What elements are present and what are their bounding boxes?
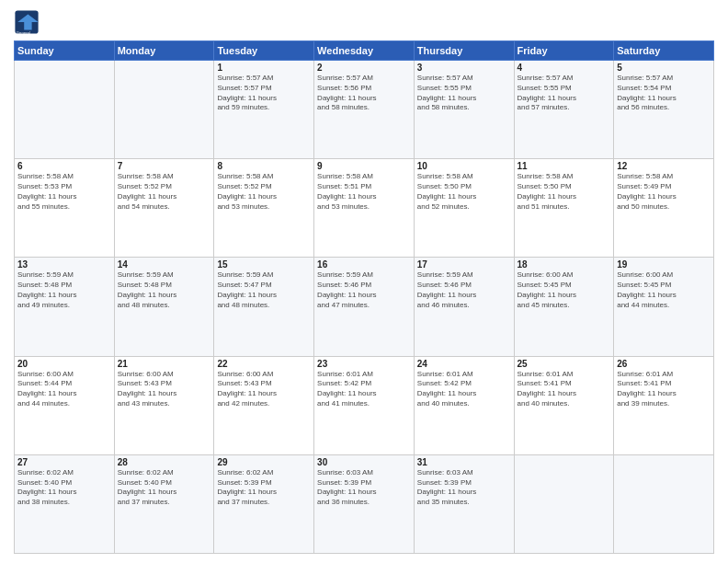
week-row-4: 20Sunrise: 6:00 AMSunset: 5:44 PMDayligh… bbox=[15, 356, 714, 454]
day-number: 13 bbox=[17, 259, 111, 270]
weekday-header-wednesday: Wednesday bbox=[314, 41, 415, 61]
weekday-header-tuesday: Tuesday bbox=[214, 41, 314, 61]
calendar-cell: 28Sunrise: 6:02 AMSunset: 5:40 PMDayligh… bbox=[114, 454, 214, 553]
day-number: 30 bbox=[317, 457, 411, 467]
calendar-cell: 7Sunrise: 5:58 AMSunset: 5:52 PMDaylight… bbox=[114, 159, 214, 258]
day-number: 5 bbox=[617, 63, 711, 73]
weekday-header-friday: Friday bbox=[514, 41, 614, 61]
calendar-cell: 26Sunrise: 6:01 AMSunset: 5:41 PMDayligh… bbox=[614, 356, 714, 454]
weekday-header-monday: Monday bbox=[114, 41, 214, 61]
day-detail: Sunrise: 6:00 AMSunset: 5:43 PMDaylight:… bbox=[217, 370, 311, 409]
day-number: 20 bbox=[17, 359, 111, 369]
day-detail: Sunrise: 5:57 AMSunset: 5:56 PMDaylight:… bbox=[317, 74, 411, 113]
day-number: 1 bbox=[217, 63, 311, 73]
calendar-table: SundayMondayTuesdayWednesdayThursdayFrid… bbox=[14, 40, 714, 554]
calendar-cell: 10Sunrise: 5:58 AMSunset: 5:50 PMDayligh… bbox=[414, 159, 514, 258]
day-number: 22 bbox=[217, 359, 311, 369]
day-detail: Sunrise: 6:03 AMSunset: 5:39 PMDaylight:… bbox=[417, 468, 511, 508]
day-detail: Sunrise: 6:02 AMSunset: 5:40 PMDaylight:… bbox=[17, 468, 111, 508]
day-number: 6 bbox=[17, 161, 111, 171]
day-detail: Sunrise: 5:59 AMSunset: 5:48 PMDaylight:… bbox=[118, 270, 211, 310]
day-detail: Sunrise: 6:03 AMSunset: 5:39 PMDaylight:… bbox=[317, 468, 411, 508]
calendar-cell: 6Sunrise: 5:58 AMSunset: 5:53 PMDaylight… bbox=[15, 159, 115, 258]
day-detail: Sunrise: 5:58 AMSunset: 5:53 PMDaylight:… bbox=[17, 172, 111, 212]
calendar-cell bbox=[614, 454, 714, 553]
day-detail: Sunrise: 5:58 AMSunset: 5:50 PMDaylight:… bbox=[518, 172, 611, 212]
day-detail: Sunrise: 6:00 AMSunset: 5:45 PMDaylight:… bbox=[617, 270, 711, 310]
day-detail: Sunrise: 6:00 AMSunset: 5:45 PMDaylight:… bbox=[518, 270, 611, 310]
calendar-cell: 29Sunrise: 6:02 AMSunset: 5:39 PMDayligh… bbox=[214, 454, 314, 553]
day-number: 26 bbox=[617, 359, 711, 369]
calendar-cell: 8Sunrise: 5:58 AMSunset: 5:52 PMDaylight… bbox=[214, 159, 314, 258]
day-number: 19 bbox=[617, 259, 711, 270]
day-detail: Sunrise: 5:59 AMSunset: 5:47 PMDaylight:… bbox=[217, 270, 311, 310]
day-number: 16 bbox=[317, 259, 411, 270]
day-number: 3 bbox=[417, 63, 511, 73]
day-number: 15 bbox=[217, 259, 311, 270]
day-number: 9 bbox=[317, 161, 411, 171]
day-detail: Sunrise: 5:57 AMSunset: 5:57 PMDaylight:… bbox=[217, 74, 311, 113]
calendar-cell: 12Sunrise: 5:58 AMSunset: 5:49 PMDayligh… bbox=[614, 159, 714, 258]
day-number: 10 bbox=[417, 161, 511, 171]
calendar-cell: 16Sunrise: 5:59 AMSunset: 5:46 PMDayligh… bbox=[314, 258, 415, 356]
calendar-cell: 18Sunrise: 6:00 AMSunset: 5:45 PMDayligh… bbox=[514, 258, 614, 356]
calendar-cell: 19Sunrise: 6:00 AMSunset: 5:45 PMDayligh… bbox=[614, 258, 714, 356]
calendar-cell: 27Sunrise: 6:02 AMSunset: 5:40 PMDayligh… bbox=[15, 454, 115, 553]
calendar-cell: 13Sunrise: 5:59 AMSunset: 5:48 PMDayligh… bbox=[15, 258, 115, 356]
day-detail: Sunrise: 6:01 AMSunset: 5:41 PMDaylight:… bbox=[617, 370, 711, 409]
day-detail: Sunrise: 6:02 AMSunset: 5:39 PMDaylight:… bbox=[217, 468, 311, 508]
calendar-cell bbox=[514, 454, 614, 553]
calendar-cell: 17Sunrise: 5:59 AMSunset: 5:46 PMDayligh… bbox=[414, 258, 514, 356]
day-detail: Sunrise: 5:59 AMSunset: 5:46 PMDaylight:… bbox=[317, 270, 411, 310]
day-detail: Sunrise: 5:58 AMSunset: 5:52 PMDaylight:… bbox=[118, 172, 211, 212]
day-number: 8 bbox=[217, 161, 311, 171]
calendar-cell: 21Sunrise: 6:00 AMSunset: 5:43 PMDayligh… bbox=[114, 356, 214, 454]
day-number: 27 bbox=[17, 457, 111, 467]
day-detail: Sunrise: 5:57 AMSunset: 5:55 PMDaylight:… bbox=[518, 74, 611, 113]
weekday-header-saturday: Saturday bbox=[614, 41, 714, 61]
day-number: 11 bbox=[518, 161, 611, 171]
calendar-cell: 3Sunrise: 5:57 AMSunset: 5:55 PMDaylight… bbox=[414, 61, 514, 159]
week-row-2: 6Sunrise: 5:58 AMSunset: 5:53 PMDaylight… bbox=[15, 159, 714, 258]
calendar-cell: 22Sunrise: 6:00 AMSunset: 5:43 PMDayligh… bbox=[214, 356, 314, 454]
day-number: 4 bbox=[518, 63, 611, 73]
calendar-cell: 2Sunrise: 5:57 AMSunset: 5:56 PMDaylight… bbox=[314, 61, 415, 159]
day-number: 21 bbox=[118, 359, 211, 369]
weekday-header-thursday: Thursday bbox=[414, 41, 514, 61]
week-row-3: 13Sunrise: 5:59 AMSunset: 5:48 PMDayligh… bbox=[15, 258, 714, 356]
day-detail: Sunrise: 5:59 AMSunset: 5:46 PMDaylight:… bbox=[417, 270, 511, 310]
calendar-cell: 24Sunrise: 6:01 AMSunset: 5:42 PMDayligh… bbox=[414, 356, 514, 454]
day-number: 14 bbox=[118, 259, 211, 270]
day-detail: Sunrise: 5:59 AMSunset: 5:48 PMDaylight:… bbox=[17, 270, 111, 310]
logo: General bbox=[14, 9, 43, 35]
calendar-cell: 25Sunrise: 6:01 AMSunset: 5:41 PMDayligh… bbox=[514, 356, 614, 454]
day-detail: Sunrise: 6:00 AMSunset: 5:43 PMDaylight:… bbox=[118, 370, 211, 409]
calendar-cell: 23Sunrise: 6:01 AMSunset: 5:42 PMDayligh… bbox=[314, 356, 415, 454]
day-detail: Sunrise: 5:58 AMSunset: 5:49 PMDaylight:… bbox=[617, 172, 711, 212]
day-number: 12 bbox=[617, 161, 711, 171]
day-detail: Sunrise: 6:01 AMSunset: 5:41 PMDaylight:… bbox=[518, 370, 611, 409]
calendar-cell: 9Sunrise: 5:58 AMSunset: 5:51 PMDaylight… bbox=[314, 159, 415, 258]
day-detail: Sunrise: 6:01 AMSunset: 5:42 PMDaylight:… bbox=[317, 370, 411, 409]
logo-icon: General bbox=[14, 9, 40, 35]
day-number: 25 bbox=[518, 359, 611, 369]
page: General SundayMondayTuesdayWednesdayThur… bbox=[0, 0, 728, 563]
day-detail: Sunrise: 5:57 AMSunset: 5:54 PMDaylight:… bbox=[617, 74, 711, 113]
calendar-cell: 31Sunrise: 6:03 AMSunset: 5:39 PMDayligh… bbox=[414, 454, 514, 553]
day-detail: Sunrise: 6:01 AMSunset: 5:42 PMDaylight:… bbox=[417, 370, 511, 409]
weekday-header-row: SundayMondayTuesdayWednesdayThursdayFrid… bbox=[15, 41, 714, 61]
calendar-cell: 1Sunrise: 5:57 AMSunset: 5:57 PMDaylight… bbox=[214, 61, 314, 159]
week-row-5: 27Sunrise: 6:02 AMSunset: 5:40 PMDayligh… bbox=[15, 454, 714, 553]
day-number: 23 bbox=[317, 359, 411, 369]
day-number: 28 bbox=[118, 457, 211, 467]
calendar-cell: 4Sunrise: 5:57 AMSunset: 5:55 PMDaylight… bbox=[514, 61, 614, 159]
weekday-header-sunday: Sunday bbox=[15, 41, 115, 61]
calendar-cell bbox=[114, 61, 214, 159]
calendar-cell bbox=[15, 61, 115, 159]
day-number: 2 bbox=[317, 63, 411, 73]
calendar-cell: 15Sunrise: 5:59 AMSunset: 5:47 PMDayligh… bbox=[214, 258, 314, 356]
day-number: 18 bbox=[518, 259, 611, 270]
day-number: 29 bbox=[217, 457, 311, 467]
day-number: 31 bbox=[417, 457, 511, 467]
calendar-cell: 30Sunrise: 6:03 AMSunset: 5:39 PMDayligh… bbox=[314, 454, 415, 553]
